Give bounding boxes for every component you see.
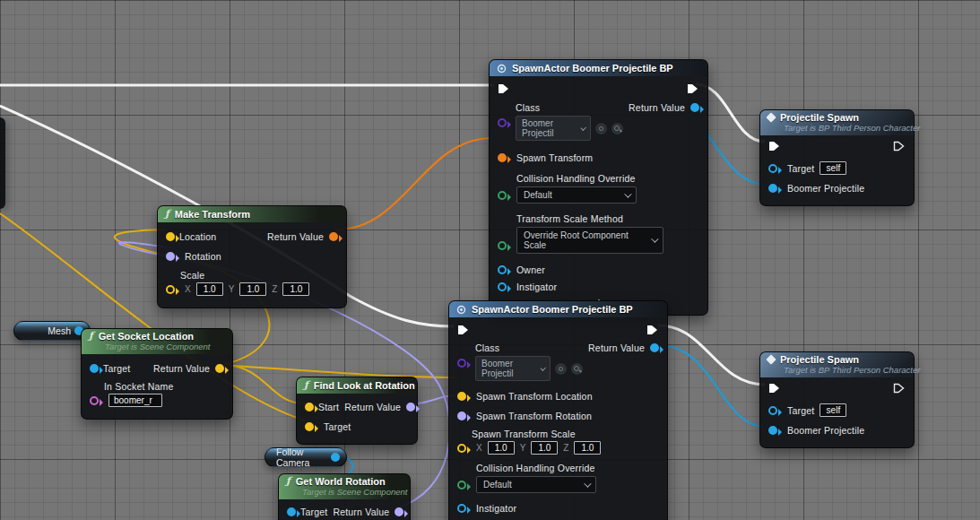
scale-x-input[interactable]: 1.0 [488, 441, 515, 455]
wire-exec-spawnbottom-to-projbottom[interactable] [658, 325, 765, 385]
location-pin[interactable] [166, 232, 175, 241]
return-value-label: Return Value [588, 342, 645, 353]
target-pin[interactable] [287, 507, 296, 516]
spawn-transform-pin[interactable] [498, 153, 507, 162]
blueprint-graph-canvas[interactable]: SpawnActor Boomer Projectile BP Class Bo… [0, 0, 980, 520]
class-pin[interactable] [457, 359, 466, 368]
node-get-world-rotation[interactable]: ƒ Get World Rotation Target is Scene Com… [278, 473, 411, 520]
socket-name-pin[interactable] [90, 396, 99, 405]
browse-asset-icon[interactable] [611, 123, 623, 134]
owner-label: Owner [516, 264, 545, 275]
socket-name-input[interactable]: boomer_r [108, 394, 162, 407]
node-find-look-at-rotation[interactable]: ƒ Find Look at Rotation Start Return Val… [296, 377, 418, 445]
wire-socketlocation-to-findlook-start[interactable] [222, 365, 305, 403]
transform-scale-method-pin[interactable] [498, 241, 507, 250]
scale-y-input[interactable]: 1.0 [239, 282, 266, 296]
offscreen-node-edge[interactable] [0, 117, 5, 209]
node-get-socket-location[interactable]: ƒ Get Socket Location Target is Scene Co… [81, 328, 233, 420]
exec-in-pin[interactable] [457, 325, 470, 336]
class-dropdown[interactable]: Boomer Projectil [475, 356, 551, 381]
node-header[interactable]: ƒ Find Look at Rotation [297, 377, 417, 394]
collision-handling-dropdown[interactable]: Default [516, 186, 637, 204]
target-label: Target [324, 421, 351, 432]
function-icon: ƒ [165, 210, 169, 219]
use-selected-asset-icon[interactable] [595, 123, 607, 134]
scale-z-input[interactable]: 1.0 [574, 441, 601, 455]
owner-pin[interactable] [498, 265, 507, 274]
node-spawnactor-bottom[interactable]: SpawnActor Boomer Projectile BP Class Bo… [448, 300, 668, 520]
node-header[interactable]: Projectile Spawn Target is BP Third Pers… [760, 352, 914, 377]
target-pin[interactable] [768, 164, 777, 173]
node-header[interactable]: Projectile Spawn Target is BP Third Pers… [760, 110, 914, 135]
node-make-transform[interactable]: ƒ Make Transform Location Return Value R… [157, 205, 347, 308]
target-value-box[interactable]: self [820, 161, 846, 175]
node-title: Projectile Spawn [780, 112, 859, 123]
instigator-pin[interactable] [498, 282, 507, 291]
boomer-projectile-pin[interactable] [768, 184, 777, 193]
spawn-transform-scale-pin[interactable] [457, 444, 466, 453]
instigator-pin[interactable] [457, 504, 466, 513]
exec-in-pin[interactable] [768, 383, 781, 394]
spawn-transform-rotation-label: Spawn Transform Rotation [476, 411, 592, 421]
return-value-label: Return Value [153, 363, 210, 374]
return-value-pin[interactable] [395, 507, 403, 516]
node-title: Projectile Spawn [780, 354, 859, 365]
collision-handling-dropdown[interactable]: Default [476, 476, 596, 493]
node-header[interactable]: ƒ Get World Rotation Target is Scene Com… [279, 474, 410, 499]
start-pin[interactable] [305, 403, 314, 412]
socket-name-label: In Socket Name [104, 381, 224, 392]
scale-z-input[interactable]: 1.0 [282, 282, 309, 296]
use-selected-asset-icon[interactable] [555, 363, 567, 375]
exec-out-pin[interactable] [687, 83, 699, 95]
exec-out-pin[interactable] [893, 141, 906, 152]
return-value-pin[interactable] [215, 364, 224, 373]
spawn-transform-location-pin[interactable] [457, 392, 466, 401]
rotation-label: Rotation [185, 251, 221, 262]
class-dropdown[interactable]: Boomer Projectil [516, 116, 591, 141]
function-icon: ƒ [89, 332, 93, 341]
collision-handling-pin[interactable] [457, 481, 466, 490]
exec-out-pin[interactable] [646, 325, 659, 336]
scale-x-input[interactable]: 1.0 [196, 282, 223, 296]
node-header[interactable]: SpawnActor Boomer Projectile BP [490, 60, 707, 76]
exec-out-pin[interactable] [893, 383, 906, 394]
follow-camera-output-pin[interactable] [331, 453, 340, 462]
exec-in-pin[interactable] [768, 141, 781, 152]
class-pin[interactable] [498, 118, 507, 127]
target-value-box[interactable]: self [820, 403, 846, 417]
target-pin[interactable] [768, 406, 777, 415]
collision-handling-label: Collision Handling Override [476, 463, 659, 473]
node-title: Get Socket Location [99, 331, 194, 342]
scale-pin[interactable] [166, 285, 175, 294]
target-pin[interactable] [90, 364, 99, 373]
target-pin[interactable] [305, 422, 314, 431]
spawn-transform-rotation-pin[interactable] [457, 412, 466, 420]
return-value-pin[interactable] [329, 232, 338, 241]
node-header[interactable]: SpawnActor Boomer Projectile BP [449, 301, 667, 317]
transform-scale-method-dropdown[interactable]: Override Root Component Scale [516, 227, 663, 254]
instigator-label: Instigator [476, 503, 516, 514]
return-value-pin[interactable] [406, 403, 415, 412]
return-value-pin[interactable] [650, 343, 659, 352]
node-projectile-spawn-top[interactable]: Projectile Spawn Target is BP Third Pers… [759, 109, 915, 206]
node-projectile-spawn-bottom[interactable]: Projectile Spawn Target is BP Third Pers… [759, 351, 915, 448]
boomer-projectile-pin[interactable] [768, 426, 777, 435]
exec-in-pin[interactable] [498, 83, 510, 95]
browse-asset-icon[interactable] [571, 363, 583, 375]
class-dropdown-value: Boomer Projectil [481, 359, 534, 378]
variable-follow-camera[interactable]: Follow Camera [265, 447, 347, 467]
axis-z-label: Z [272, 284, 277, 294]
return-value-pin[interactable] [690, 103, 699, 112]
start-label: Start [318, 402, 339, 412]
wire-maketransform-to-spawntransform[interactable] [335, 138, 490, 230]
rotation-pin[interactable] [166, 252, 175, 261]
spawnactor-icon [456, 305, 466, 315]
node-header[interactable]: ƒ Make Transform [158, 206, 346, 222]
event-dispatcher-icon [766, 354, 776, 364]
scale-y-input[interactable]: 1.0 [531, 441, 558, 455]
node-header[interactable]: ƒ Get Socket Location Target is Scene Co… [82, 329, 232, 354]
collision-handling-label: Collision Handling Override [516, 173, 699, 184]
collision-handling-pin[interactable] [498, 191, 507, 200]
variable-mesh[interactable]: Mesh [13, 321, 91, 341]
node-spawnactor-top[interactable]: SpawnActor Boomer Projectile BP Class Bo… [489, 59, 708, 316]
